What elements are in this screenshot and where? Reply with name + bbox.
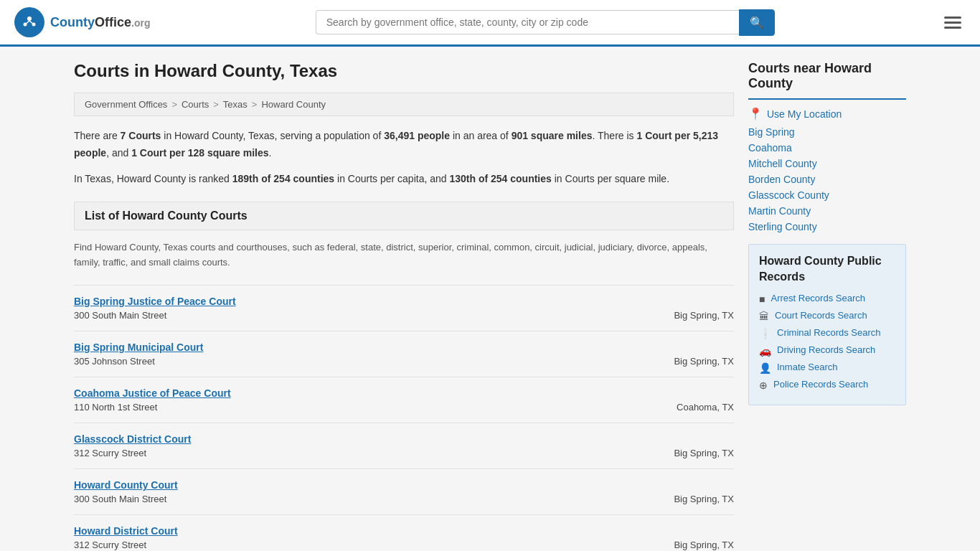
rank2: 130th of 254 counties: [449, 173, 551, 184]
court-city-state: Big Spring, TX: [674, 356, 734, 367]
court-address: 300 South Main Street: [74, 494, 166, 504]
logo-icon: [14, 7, 44, 37]
public-record-link[interactable]: Driving Records Search: [777, 344, 875, 355]
nearby-list: Big SpringCoahomaMitchell CountyBorden C…: [748, 126, 906, 232]
nearby-link[interactable]: Mitchell County: [748, 158, 817, 169]
public-record-link[interactable]: Court Records Search: [775, 310, 867, 321]
menu-line: [944, 22, 961, 24]
nearby-item: Big Spring: [748, 126, 906, 138]
court-city-state: Coahoma, TX: [677, 402, 734, 413]
menu-button[interactable]: [940, 12, 966, 33]
logo-county: County: [50, 15, 95, 29]
court-city-state: Big Spring, TX: [674, 310, 734, 321]
court-link[interactable]: Coahoma Justice of Peace Court: [74, 387, 231, 399]
ranking-text: In Texas, Howard County is ranked 189th …: [74, 171, 734, 188]
public-record-link[interactable]: Arrest Records Search: [771, 293, 865, 303]
court-details: 300 South Main Street Big Spring, TX: [74, 310, 734, 321]
court-name: Howard District Court: [74, 525, 734, 537]
breadcrumb: Government Offices > Courts > Texas > Ho…: [74, 93, 734, 116]
breadcrumb-item-3[interactable]: Texas: [223, 99, 248, 110]
court-entry: Glasscock District Court 312 Scurry Stre…: [74, 423, 734, 468]
nearby-item: Sterling County: [748, 221, 906, 232]
nearby-link[interactable]: Big Spring: [748, 126, 795, 138]
courts-list: Big Spring Justice of Peace Court 300 So…: [74, 285, 734, 551]
court-details: 110 North 1st Street Coahoma, TX: [74, 402, 734, 413]
court-city-state: Big Spring, TX: [674, 448, 734, 458]
court-city-state: Big Spring, TX: [674, 494, 734, 504]
court-city-state: Big Spring, TX: [674, 540, 734, 550]
list-header: List of Howard County Courts: [74, 202, 734, 230]
court-name: Howard County Court: [74, 479, 734, 491]
use-location-link[interactable]: Use My Location: [767, 108, 842, 120]
breadcrumb-sep: >: [213, 99, 219, 110]
criminal-icon: ❕: [759, 328, 771, 339]
public-records-section: Howard County Public Records ■ Arrest Re…: [748, 244, 906, 405]
court-address: 110 North 1st Street: [74, 402, 157, 413]
court-name: Big Spring Municipal Court: [74, 342, 734, 353]
nearby-item: Martin County: [748, 205, 906, 217]
court-name: Big Spring Justice of Peace Court: [74, 296, 734, 307]
nearby-link[interactable]: Martin County: [748, 205, 811, 217]
court-address: 305 Johnson Street: [74, 356, 155, 367]
nearby-item: Mitchell County: [748, 158, 906, 169]
search-area: 🔍: [316, 9, 775, 36]
breadcrumb-item-2[interactable]: Courts: [182, 99, 209, 110]
court-entry: Howard County Court 300 South Main Stree…: [74, 468, 734, 514]
court-entry: Coahoma Justice of Peace Court 110 North…: [74, 377, 734, 423]
population: 36,491 people: [384, 130, 450, 141]
public-record-item: 👤 Inmate Search: [759, 362, 895, 374]
breadcrumb-sep: >: [171, 99, 177, 110]
nearby-link[interactable]: Borden County: [748, 174, 815, 185]
logo-office: Office: [95, 15, 131, 29]
nearby-header: Courts near Howard County: [748, 61, 906, 100]
court-name: Glasscock District Court: [74, 433, 734, 445]
search-button[interactable]: 🔍: [739, 9, 775, 36]
court-link[interactable]: Big Spring Justice of Peace Court: [74, 296, 236, 307]
court-entry: Howard District Court 312 Scurry Street …: [74, 514, 734, 551]
svg-point-1: [27, 17, 32, 21]
public-records-list: ■ Arrest Records Search 🏛 Court Records …: [759, 293, 895, 391]
public-record-link[interactable]: Police Records Search: [773, 379, 868, 390]
public-records-header: Howard County Public Records: [759, 253, 895, 286]
nearby-item: Glasscock County: [748, 189, 906, 201]
court-entry: Big Spring Municipal Court 305 Johnson S…: [74, 331, 734, 377]
nearby-section: Courts near Howard County 📍 Use My Locat…: [748, 61, 906, 232]
nearby-item: Borden County: [748, 174, 906, 185]
court-details: 312 Scurry Street Big Spring, TX: [74, 540, 734, 550]
breadcrumb-sep: >: [252, 99, 258, 110]
rank1: 189th of 254 counties: [232, 173, 334, 184]
logo-text: CountyOffice.org: [50, 15, 150, 30]
court-address: 300 South Main Street: [74, 310, 166, 321]
court-link[interactable]: Howard County Court: [74, 479, 178, 491]
court-entry: Big Spring Justice of Peace Court 300 So…: [74, 285, 734, 331]
police-icon: ⊕: [759, 380, 768, 391]
court-link[interactable]: Glasscock District Court: [74, 433, 191, 445]
court-details: 305 Johnson Street Big Spring, TX: [74, 356, 734, 367]
search-input[interactable]: [316, 10, 739, 34]
public-record-link[interactable]: Criminal Records Search: [777, 327, 881, 338]
nearby-item: Coahoma: [748, 142, 906, 154]
court-link[interactable]: Howard District Court: [74, 525, 178, 537]
court-details: 312 Scurry Street Big Spring, TX: [74, 448, 734, 458]
court-icon: 🏛: [759, 311, 769, 322]
nearby-link[interactable]: Coahoma: [748, 142, 792, 154]
nearby-link[interactable]: Sterling County: [748, 221, 817, 232]
nearby-link[interactable]: Glasscock County: [748, 189, 829, 201]
sidebar: Courts near Howard County 📍 Use My Locat…: [748, 61, 906, 551]
per-mile: 1 Court per 128 square miles: [131, 147, 268, 159]
site-header: CountyOffice.org 🔍: [0, 0, 980, 47]
main-container: Courts in Howard County, Texas Governmen…: [60, 47, 920, 551]
breadcrumb-item-1[interactable]: Government Offices: [85, 99, 167, 110]
summary-text: There are 7 Courts in Howard County, Tex…: [74, 128, 734, 162]
court-details: 300 South Main Street Big Spring, TX: [74, 494, 734, 504]
breadcrumb-item-4[interactable]: Howard County: [261, 99, 326, 110]
court-link[interactable]: Big Spring Municipal Court: [74, 342, 203, 353]
public-record-item: 🏛 Court Records Search: [759, 310, 895, 322]
public-record-link[interactable]: Inmate Search: [777, 362, 838, 372]
svg-point-0: [21, 14, 38, 31]
location-icon: 📍: [748, 107, 763, 121]
content-area: Courts in Howard County, Texas Governmen…: [74, 61, 734, 551]
search-icon: 🔍: [750, 17, 764, 29]
area: 901 square miles: [512, 130, 593, 141]
court-name: Coahoma Justice of Peace Court: [74, 387, 734, 399]
